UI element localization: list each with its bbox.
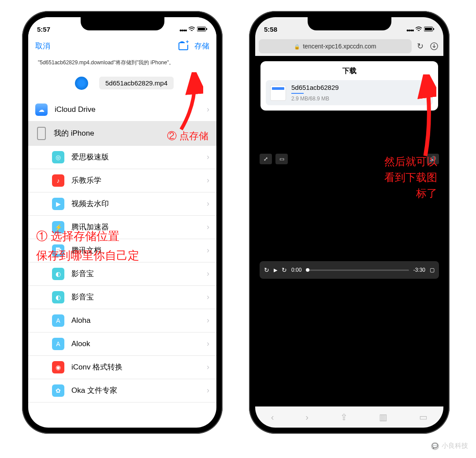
folder-item[interactable]: ✿ Oka 文件专家 [28, 379, 216, 403]
folder-item[interactable]: ◎ 爱思极速版 [28, 146, 216, 169]
download-item[interactable]: 5d651acb62829 2.9 MB/68.9 MB ✕ [266, 80, 433, 105]
forward-icon[interactable] [282, 266, 287, 273]
folder-icon: ♪ [52, 174, 64, 187]
svg-rect-5 [433, 28, 434, 30]
folder-icon: ◎ [52, 151, 64, 163]
tabs-icon[interactable]: ▭ [419, 412, 428, 422]
filename-field[interactable]: 5d651acb62829.mp4 [99, 77, 174, 89]
share-icon[interactable]: ⇪ [340, 412, 348, 422]
folder-item[interactable]: ◉ iConv 格式转换 [28, 356, 216, 379]
play-icon[interactable] [274, 267, 277, 273]
airplay-icon[interactable]: ▢ [430, 267, 435, 273]
chevron-right-icon [207, 199, 209, 208]
fullscreen-icon[interactable]: ⤢ [260, 154, 272, 164]
battery-icon [424, 26, 435, 32]
folder-item[interactable]: A Alook [28, 332, 216, 356]
chevron-right-icon [207, 152, 209, 162]
download-size: 2.9 MB/68.9 MB [291, 96, 415, 102]
folder-icon: ◐ [52, 291, 64, 303]
folder-icon: ◐ [52, 268, 64, 280]
location-label: iCloud Drive [55, 105, 96, 114]
chevron-right-icon [207, 362, 209, 372]
wifi-icon [415, 26, 422, 32]
cancel-button[interactable]: 取消 [35, 41, 50, 51]
lock-icon [294, 43, 300, 50]
chevron-right-icon [207, 292, 209, 302]
download-progress [291, 93, 304, 94]
annotation-step1: ① 选择存储位置 保存到哪里你自己定 [36, 226, 139, 265]
save-navbar: 取消 存储 [28, 37, 216, 55]
folder-icon: A [52, 314, 64, 327]
chevron-right-icon [207, 339, 209, 348]
annotation-right: 然后就可以 看到下载图 标了 [384, 154, 437, 201]
time-remaining: -3:30 [413, 267, 425, 273]
safari-toolbar: ‹ › ⇪ ▥ ▭ [255, 406, 443, 428]
chevron-right-icon [207, 222, 209, 232]
downloads-icon[interactable] [428, 41, 440, 52]
watermark: 小良科技 [431, 442, 468, 450]
signal-icon [179, 26, 186, 33]
signal-icon [406, 26, 413, 33]
location-label: 我的 iPhone [54, 128, 94, 138]
notch [81, 17, 164, 30]
download-filename: 5d651acb62829 [291, 84, 415, 91]
chevron-right-icon [207, 316, 209, 325]
folder-item[interactable]: A Aloha [28, 309, 216, 332]
new-folder-icon[interactable] [178, 42, 188, 50]
chevron-right-icon [207, 176, 209, 185]
phone-frame-left: 5:57 取消 存储 "5d651acb62829.mp4.download"将… [22, 11, 223, 434]
folder-icon: A [52, 338, 64, 350]
save-button[interactable]: 存储 [194, 41, 209, 51]
url-field[interactable]: tencent-xpc16.xpccdn.com [259, 39, 412, 53]
safari-address-bar: tencent-xpc16.xpccdn.com ↻ [255, 37, 443, 56]
annotation-arrow-icon [414, 74, 436, 160]
save-description: "5d651acb62829.mp4.download"将存储到"我的 iPho… [28, 55, 216, 70]
folder-icon: ▶ [52, 198, 64, 210]
downloads-title: 下载 [266, 66, 433, 76]
folder-icon: ◉ [52, 361, 64, 373]
reload-icon[interactable]: ↻ [414, 41, 426, 52]
status-time: 5:58 [264, 26, 277, 33]
wechat-icon [431, 442, 439, 450]
back-icon[interactable]: ‹ [271, 412, 274, 422]
svg-rect-2 [198, 28, 205, 30]
chevron-right-icon [207, 269, 209, 278]
svg-rect-6 [425, 28, 432, 30]
pip-icon[interactable]: ▭ [275, 154, 288, 164]
downloads-panel: 下载 5d651acb62829 2.9 MB/68.9 MB ✕ [260, 61, 438, 111]
folder-icon: ✿ [52, 384, 64, 397]
annotation-step2: ② 点存储 [167, 129, 208, 143]
folder-item[interactable]: ▶ 视频去水印 [28, 192, 216, 216]
rewind-icon[interactable] [264, 266, 269, 273]
safari-icon [71, 73, 92, 94]
folder-item[interactable]: ◐ 影音宝 [28, 262, 216, 286]
folder-item[interactable]: ♪ 乐教乐学 [28, 169, 216, 192]
status-time: 5:57 [37, 26, 50, 33]
forward-icon[interactable]: › [305, 412, 309, 422]
chevron-right-icon [207, 105, 209, 114]
bookmarks-icon[interactable]: ▥ [379, 412, 387, 422]
icloud-icon: ☁ [35, 103, 48, 116]
phone-frame-right: 5:58 tencent-xpc16.xpccdn.com ↻ 下载 [249, 11, 450, 434]
seek-bar[interactable] [306, 270, 409, 271]
video-file-icon [270, 85, 286, 101]
folder-item[interactable]: ◐ 影音宝 [28, 286, 216, 309]
iphone-icon [37, 127, 46, 140]
wifi-icon [188, 26, 195, 32]
notch [308, 17, 391, 30]
svg-rect-1 [206, 28, 207, 30]
battery-icon [197, 26, 208, 32]
chevron-right-icon [207, 246, 209, 255]
chevron-right-icon [207, 386, 209, 395]
time-current: 0:00 [291, 267, 301, 273]
